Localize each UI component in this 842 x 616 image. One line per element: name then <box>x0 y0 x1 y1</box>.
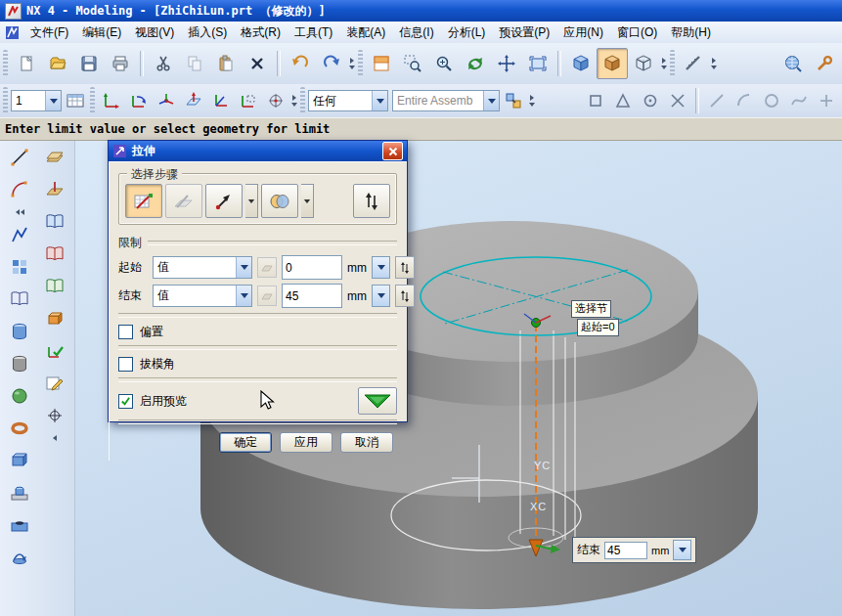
toolbar-overflow-chevron[interactable] <box>527 87 537 114</box>
wcs-rotate-button[interactable] <box>125 87 153 114</box>
end-mode-combo[interactable]: 值 <box>153 285 252 307</box>
extrude-button[interactable] <box>5 317 34 346</box>
menu-assemblies[interactable]: 装配(A) <box>339 22 392 44</box>
datum-plane-button[interactable] <box>40 143 69 172</box>
block-button[interactable] <box>5 446 34 475</box>
preview-checkbox[interactable] <box>118 394 133 409</box>
end-limit-input[interactable] <box>604 542 647 559</box>
toolbar-collapse-chevrons[interactable] <box>7 207 32 217</box>
line-tool-button[interactable] <box>703 87 731 114</box>
menu-preferences[interactable]: 预设置(P) <box>492 22 556 44</box>
sphere-button[interactable] <box>5 381 34 411</box>
start-spin-button[interactable] <box>372 256 390 279</box>
print-button[interactable] <box>105 48 136 79</box>
end-reverse-button[interactable] <box>395 285 415 307</box>
window-titlebar[interactable]: NX 4 - Modeling - [ZhiChiLun.prt （修改的）] <box>0 0 842 22</box>
toolbar-overflow-chevron[interactable] <box>709 50 719 77</box>
arc-tool-button[interactable] <box>731 87 758 114</box>
revolve-button[interactable] <box>5 543 34 572</box>
sketch-button[interactable] <box>40 369 69 398</box>
snap-intersection-button[interactable] <box>664 87 691 114</box>
apply-button[interactable]: 应用 <box>280 432 332 453</box>
rotate-view-button[interactable] <box>460 48 491 79</box>
dialog-close-button[interactable] <box>382 142 403 160</box>
chevron-down-icon[interactable] <box>236 257 251 278</box>
shaded-view-button[interactable] <box>597 48 628 79</box>
direction-step-dropdown[interactable] <box>245 184 258 218</box>
menu-tools[interactable]: 工具(T) <box>288 22 339 44</box>
start-value-input[interactable] <box>282 255 342 280</box>
boss-button[interactable] <box>5 478 34 507</box>
snap-center-button[interactable] <box>637 87 664 114</box>
end-measure-button[interactable] <box>257 286 277 306</box>
wcs-display-button[interactable] <box>235 87 262 114</box>
redo-button[interactable] <box>316 48 347 79</box>
selection-scope-combo[interactable]: Entire Assemb <box>392 90 500 111</box>
wcs-origin-button[interactable] <box>153 87 180 114</box>
end-spin-button[interactable] <box>372 285 390 307</box>
measure-button[interactable] <box>678 48 709 79</box>
circle-tool-button[interactable] <box>758 87 785 114</box>
zoom-button[interactable] <box>428 48 460 79</box>
csys-check-button[interactable] <box>40 336 69 366</box>
dialog-titlebar[interactable]: 拉伸 <box>109 141 407 161</box>
menu-format[interactable]: 格式(R) <box>234 22 288 44</box>
boolean-step-button[interactable] <box>261 184 298 218</box>
delete-button[interactable] <box>242 48 273 79</box>
profile-button[interactable] <box>5 220 34 249</box>
zoom-window-button[interactable] <box>397 48 428 79</box>
menu-view[interactable]: 视图(V) <box>128 22 181 44</box>
save-button[interactable] <box>73 48 105 79</box>
menu-help[interactable]: 帮助(H) <box>664 22 718 44</box>
layer-settings-button[interactable] <box>62 87 89 114</box>
show-result-button[interactable] <box>358 387 397 415</box>
pattern-button[interactable] <box>5 252 34 282</box>
customize-button[interactable] <box>809 48 840 79</box>
ok-button[interactable]: 确定 <box>219 432 272 453</box>
cylinder-button[interactable] <box>5 349 34 378</box>
pan-view-button[interactable] <box>491 48 522 79</box>
sketch-book-button[interactable] <box>5 285 34 314</box>
chevron-down-icon[interactable] <box>483 91 499 110</box>
end-limit-spin-button[interactable] <box>673 540 691 560</box>
expression-book-button[interactable] <box>40 272 69 301</box>
toolbar-grip[interactable] <box>3 87 8 114</box>
display-mode-button[interactable] <box>366 48 397 79</box>
toggle-direction-button[interactable] <box>353 184 390 218</box>
new-file-button[interactable] <box>11 48 42 79</box>
scene-visualization-button[interactable] <box>777 48 809 79</box>
copy-button[interactable] <box>179 48 210 79</box>
chevron-down-icon[interactable] <box>372 91 387 110</box>
paste-button[interactable] <box>210 48 242 79</box>
chevron-down-icon[interactable] <box>236 286 251 306</box>
cancel-button[interactable]: 取消 <box>340 432 393 453</box>
toolbar-grip[interactable] <box>358 50 363 77</box>
interpart-select-button[interactable] <box>500 87 527 114</box>
start-mode-combo[interactable]: 值 <box>153 256 252 279</box>
offset-checkbox[interactable] <box>118 325 133 339</box>
toolbar-grip[interactable] <box>3 50 8 77</box>
toolbar-overflow-chevron[interactable] <box>347 50 357 77</box>
orange-box-button[interactable] <box>40 304 69 333</box>
selection-filter-combo[interactable]: 任何 <box>308 90 388 111</box>
snap-endpoint-button[interactable] <box>582 87 609 114</box>
point-button[interactable] <box>40 401 69 430</box>
wcs-set-button[interactable] <box>207 87 235 114</box>
menu-application[interactable]: 应用(N) <box>556 22 610 44</box>
point-tool-button[interactable] <box>813 87 840 114</box>
menu-analysis[interactable]: 分析(L) <box>441 22 493 44</box>
undo-button[interactable] <box>285 48 316 79</box>
snap-midpoint-button[interactable] <box>609 87 637 114</box>
start-reverse-button[interactable] <box>395 256 415 279</box>
menu-edit[interactable]: 编辑(E) <box>75 22 128 44</box>
toolbar-collapse-chevron[interactable] <box>42 433 67 443</box>
cut-button[interactable] <box>148 48 179 79</box>
open-file-button[interactable] <box>42 48 73 79</box>
menu-window[interactable]: 窗口(O) <box>610 22 664 44</box>
limit-faces-step-button[interactable] <box>165 184 202 218</box>
line-feature-button[interactable] <box>5 143 34 172</box>
section-step-button[interactable] <box>125 184 162 218</box>
wcs-dynamics-button[interactable] <box>98 87 125 114</box>
menu-information[interactable]: 信息(I) <box>392 22 440 44</box>
wcs-orient-button[interactable] <box>180 87 207 114</box>
